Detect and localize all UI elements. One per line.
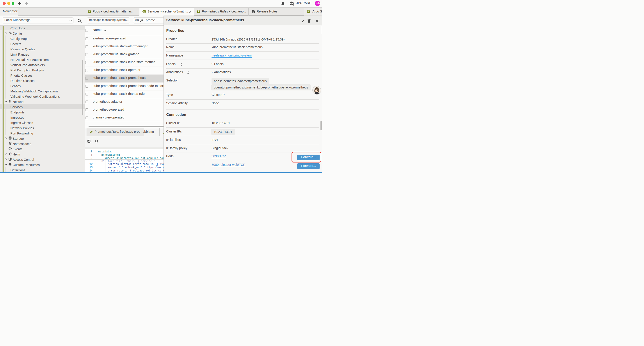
svg-text:HELM: HELM: [9, 153, 12, 154]
